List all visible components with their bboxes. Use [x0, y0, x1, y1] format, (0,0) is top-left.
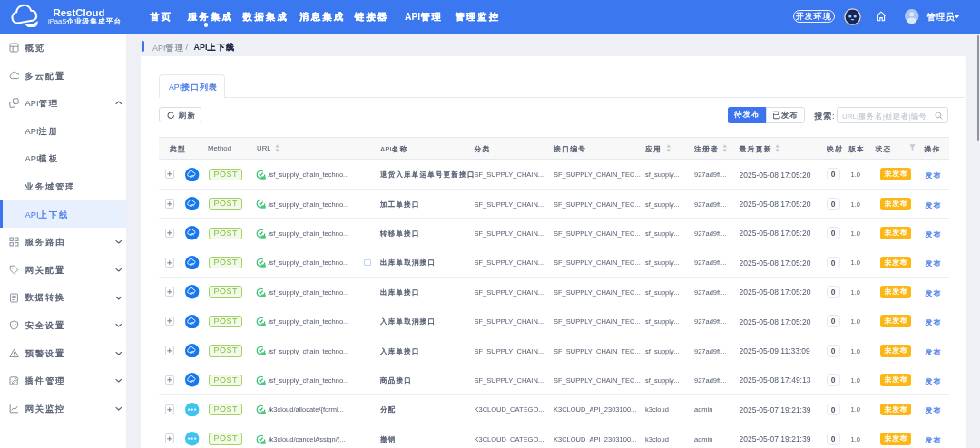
svg-text:API: API	[191, 351, 195, 355]
svg-text:API: API	[191, 380, 195, 384]
svg-text:API: API	[191, 263, 195, 267]
svg-text:API: API	[191, 322, 195, 326]
svg-text:API: API	[191, 175, 195, 179]
svg-text:API: API	[191, 233, 195, 237]
svg-text:API: API	[191, 292, 195, 296]
svg-text:API: API	[191, 204, 195, 208]
